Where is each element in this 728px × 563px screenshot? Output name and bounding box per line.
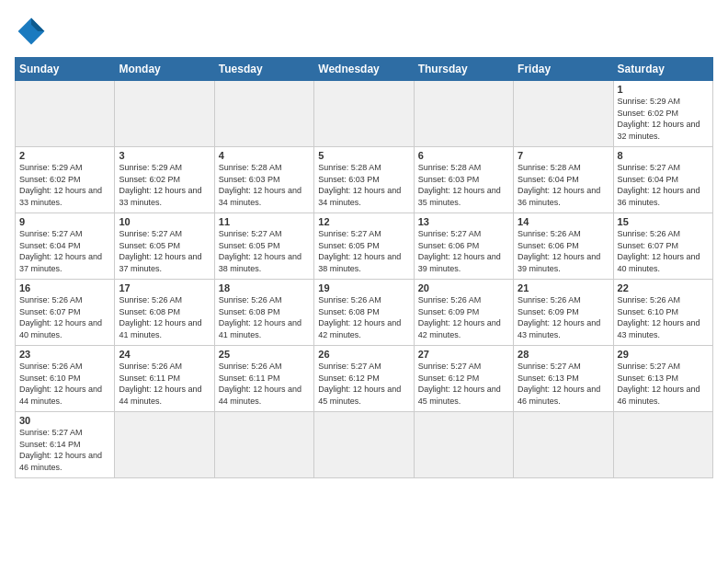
day-number: 29 xyxy=(618,349,709,360)
day-number: 14 xyxy=(518,216,609,227)
day-number: 21 xyxy=(518,282,609,293)
day-info: Sunrise: 5:27 AMSunset: 6:05 PMDaylight:… xyxy=(318,228,409,274)
weekday-header-saturday: Saturday xyxy=(613,58,712,81)
calendar-cell-empty xyxy=(613,412,712,478)
day-number: 7 xyxy=(518,150,609,161)
calendar-cell-17: 17Sunrise: 5:26 AMSunset: 6:08 PMDayligh… xyxy=(115,280,214,346)
day-number: 12 xyxy=(318,216,409,227)
calendar-cell-23: 23Sunrise: 5:26 AMSunset: 6:10 PMDayligh… xyxy=(16,346,115,412)
calendar-cell-11: 11Sunrise: 5:27 AMSunset: 6:05 PMDayligh… xyxy=(214,213,313,280)
calendar-cell-empty xyxy=(414,412,513,478)
logo-icon xyxy=(15,15,48,48)
calendar-week-2: 9Sunrise: 5:27 AMSunset: 6:04 PMDaylight… xyxy=(16,213,713,280)
calendar-cell-4: 4Sunrise: 5:28 AMSunset: 6:03 PMDaylight… xyxy=(214,147,313,213)
calendar-cell-empty xyxy=(214,412,313,478)
calendar-cell-29: 29Sunrise: 5:27 AMSunset: 6:13 PMDayligh… xyxy=(613,346,712,412)
calendar-cell-22: 22Sunrise: 5:26 AMSunset: 6:10 PMDayligh… xyxy=(613,280,712,346)
day-info: Sunrise: 5:26 AMSunset: 6:07 PMDaylight:… xyxy=(19,294,110,340)
day-number: 16 xyxy=(19,282,110,293)
day-number: 28 xyxy=(518,349,609,360)
day-number: 22 xyxy=(618,282,709,293)
day-info: Sunrise: 5:26 AMSunset: 6:06 PMDaylight:… xyxy=(518,228,609,274)
weekday-header-thursday: Thursday xyxy=(414,58,513,81)
day-info: Sunrise: 5:26 AMSunset: 6:09 PMDaylight:… xyxy=(518,294,609,340)
day-info: Sunrise: 5:27 AMSunset: 6:12 PMDaylight:… xyxy=(418,361,509,407)
weekday-header-tuesday: Tuesday xyxy=(214,58,313,81)
calendar-cell-28: 28Sunrise: 5:27 AMSunset: 6:13 PMDayligh… xyxy=(514,346,613,412)
calendar-cell-empty xyxy=(514,81,613,147)
day-number: 9 xyxy=(19,216,110,227)
day-info: Sunrise: 5:26 AMSunset: 6:08 PMDaylight:… xyxy=(219,294,310,340)
calendar-cell-24: 24Sunrise: 5:26 AMSunset: 6:11 PMDayligh… xyxy=(115,346,214,412)
calendar-cell-16: 16Sunrise: 5:26 AMSunset: 6:07 PMDayligh… xyxy=(16,280,115,346)
calendar-cell-27: 27Sunrise: 5:27 AMSunset: 6:12 PMDayligh… xyxy=(414,346,513,412)
calendar-cell-26: 26Sunrise: 5:27 AMSunset: 6:12 PMDayligh… xyxy=(314,346,414,412)
day-number: 30 xyxy=(19,415,110,426)
day-info: Sunrise: 5:26 AMSunset: 6:07 PMDaylight:… xyxy=(618,228,709,274)
day-info: Sunrise: 5:27 AMSunset: 6:13 PMDaylight:… xyxy=(518,361,609,407)
day-number: 26 xyxy=(318,349,409,360)
calendar-cell-empty xyxy=(314,81,414,147)
calendar-table: SundayMondayTuesdayWednesdayThursdayFrid… xyxy=(15,57,713,478)
calendar-cell-5: 5Sunrise: 5:28 AMSunset: 6:03 PMDaylight… xyxy=(314,147,414,213)
day-info: Sunrise: 5:27 AMSunset: 6:05 PMDaylight:… xyxy=(219,228,310,274)
day-number: 1 xyxy=(618,84,709,95)
calendar-cell-empty xyxy=(115,412,214,478)
calendar-cell-12: 12Sunrise: 5:27 AMSunset: 6:05 PMDayligh… xyxy=(314,213,414,280)
day-info: Sunrise: 5:26 AMSunset: 6:10 PMDaylight:… xyxy=(618,294,709,340)
day-number: 27 xyxy=(418,349,509,360)
day-info: Sunrise: 5:26 AMSunset: 6:11 PMDaylight:… xyxy=(119,361,210,407)
day-info: Sunrise: 5:26 AMSunset: 6:11 PMDaylight:… xyxy=(219,361,310,407)
calendar-cell-7: 7Sunrise: 5:28 AMSunset: 6:04 PMDaylight… xyxy=(514,147,613,213)
weekday-header-sunday: Sunday xyxy=(16,58,115,81)
calendar-header: SundayMondayTuesdayWednesdayThursdayFrid… xyxy=(16,58,713,81)
header xyxy=(15,15,713,48)
calendar-cell-19: 19Sunrise: 5:26 AMSunset: 6:08 PMDayligh… xyxy=(314,280,414,346)
day-number: 13 xyxy=(418,216,509,227)
day-number: 23 xyxy=(19,349,110,360)
day-info: Sunrise: 5:27 AMSunset: 6:12 PMDaylight:… xyxy=(318,361,409,407)
day-info: Sunrise: 5:29 AMSunset: 6:02 PMDaylight:… xyxy=(618,96,709,142)
day-info: Sunrise: 5:27 AMSunset: 6:06 PMDaylight:… xyxy=(418,228,509,274)
calendar-cell-9: 9Sunrise: 5:27 AMSunset: 6:04 PMDaylight… xyxy=(16,213,115,280)
calendar-week-3: 16Sunrise: 5:26 AMSunset: 6:07 PMDayligh… xyxy=(16,280,713,346)
calendar-cell-8: 8Sunrise: 5:27 AMSunset: 6:04 PMDaylight… xyxy=(613,147,712,213)
calendar-cell-21: 21Sunrise: 5:26 AMSunset: 6:09 PMDayligh… xyxy=(514,280,613,346)
day-number: 2 xyxy=(19,150,110,161)
weekday-header-friday: Friday xyxy=(514,58,613,81)
calendar-cell-6: 6Sunrise: 5:28 AMSunset: 6:03 PMDaylight… xyxy=(414,147,513,213)
day-info: Sunrise: 5:26 AMSunset: 6:09 PMDaylight:… xyxy=(418,294,509,340)
calendar-cell-1: 1Sunrise: 5:29 AMSunset: 6:02 PMDaylight… xyxy=(613,81,712,147)
logo xyxy=(15,15,51,48)
day-info: Sunrise: 5:27 AMSunset: 6:14 PMDaylight:… xyxy=(19,427,110,473)
day-info: Sunrise: 5:29 AMSunset: 6:02 PMDaylight:… xyxy=(119,162,210,208)
day-info: Sunrise: 5:28 AMSunset: 6:03 PMDaylight:… xyxy=(318,162,409,208)
day-number: 11 xyxy=(219,216,310,227)
day-number: 6 xyxy=(418,150,509,161)
day-info: Sunrise: 5:28 AMSunset: 6:04 PMDaylight:… xyxy=(518,162,609,208)
calendar-body: 1Sunrise: 5:29 AMSunset: 6:02 PMDaylight… xyxy=(16,81,713,478)
day-number: 19 xyxy=(318,282,409,293)
calendar-cell-30: 30Sunrise: 5:27 AMSunset: 6:14 PMDayligh… xyxy=(16,412,115,478)
day-info: Sunrise: 5:27 AMSunset: 6:04 PMDaylight:… xyxy=(618,162,709,208)
calendar-cell-13: 13Sunrise: 5:27 AMSunset: 6:06 PMDayligh… xyxy=(414,213,513,280)
day-info: Sunrise: 5:27 AMSunset: 6:05 PMDaylight:… xyxy=(119,228,210,274)
calendar-cell-15: 15Sunrise: 5:26 AMSunset: 6:07 PMDayligh… xyxy=(613,213,712,280)
weekday-header-wednesday: Wednesday xyxy=(314,58,414,81)
day-info: Sunrise: 5:29 AMSunset: 6:02 PMDaylight:… xyxy=(19,162,110,208)
calendar-cell-2: 2Sunrise: 5:29 AMSunset: 6:02 PMDaylight… xyxy=(16,147,115,213)
day-info: Sunrise: 5:28 AMSunset: 6:03 PMDaylight:… xyxy=(219,162,310,208)
calendar-week-0: 1Sunrise: 5:29 AMSunset: 6:02 PMDaylight… xyxy=(16,81,713,147)
day-info: Sunrise: 5:27 AMSunset: 6:13 PMDaylight:… xyxy=(618,361,709,407)
day-number: 10 xyxy=(119,216,210,227)
calendar-cell-20: 20Sunrise: 5:26 AMSunset: 6:09 PMDayligh… xyxy=(414,280,513,346)
calendar-cell-25: 25Sunrise: 5:26 AMSunset: 6:11 PMDayligh… xyxy=(214,346,313,412)
weekday-header-monday: Monday xyxy=(115,58,214,81)
calendar-week-4: 23Sunrise: 5:26 AMSunset: 6:10 PMDayligh… xyxy=(16,346,713,412)
calendar-cell-14: 14Sunrise: 5:26 AMSunset: 6:06 PMDayligh… xyxy=(514,213,613,280)
calendar-cell-empty xyxy=(16,81,115,147)
calendar-cell-empty xyxy=(314,412,414,478)
day-number: 3 xyxy=(119,150,210,161)
calendar-week-5: 30Sunrise: 5:27 AMSunset: 6:14 PMDayligh… xyxy=(16,412,713,478)
calendar-cell-empty xyxy=(414,81,513,147)
